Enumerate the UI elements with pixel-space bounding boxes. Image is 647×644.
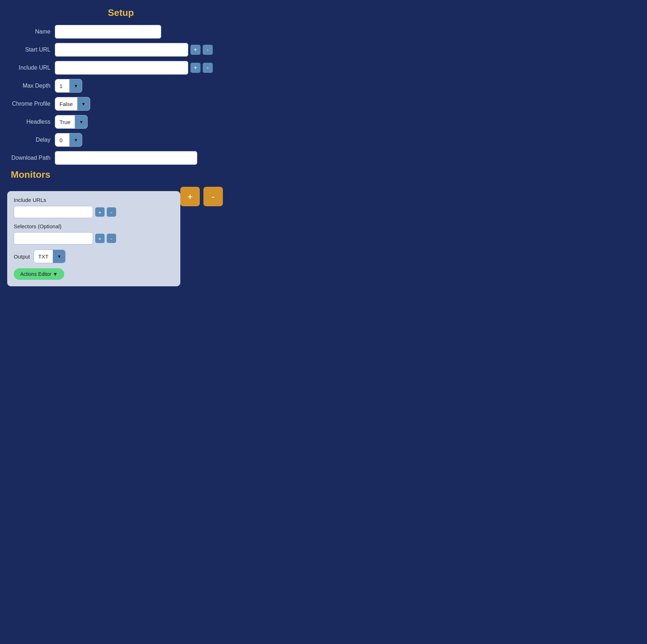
- delay-label: Delay: [7, 137, 50, 143]
- chrome-profile-label: Chrome Profile: [7, 101, 50, 107]
- max-depth-label: Max Depth: [7, 83, 50, 89]
- max-depth-select[interactable]: 1 ▾: [55, 79, 82, 93]
- setup-section: Setup Name Start URL + - Include URL: [7, 7, 234, 165]
- chevron-down-icon: ▾: [75, 83, 77, 89]
- start-url-input-group: + -: [55, 43, 213, 57]
- selectors-add-button[interactable]: +: [95, 234, 105, 243]
- max-depth-row: Max Depth 1 ▾: [7, 79, 234, 93]
- headless-select[interactable]: True ▾: [55, 115, 88, 129]
- output-dropdown-button[interactable]: ▾: [53, 250, 65, 263]
- delay-dropdown-button[interactable]: ▾: [70, 133, 82, 146]
- chevron-down-icon: ▾: [82, 101, 85, 107]
- chevron-down-icon: ▾: [80, 119, 83, 125]
- max-depth-dropdown-button[interactable]: ▾: [70, 79, 82, 92]
- max-depth-value: 1: [55, 79, 70, 92]
- monitors-section: Monitors Include URLs + - Selectors (Opt…: [7, 169, 234, 286]
- delay-row: Delay 0 ▾: [7, 133, 234, 147]
- chevron-down-icon: ▾: [58, 253, 61, 259]
- output-label: Output: [14, 253, 30, 260]
- download-path-row: Download Path: [7, 151, 234, 165]
- output-row: Output TXT ▾: [14, 250, 174, 263]
- headless-value: True: [55, 115, 75, 128]
- name-label: Name: [7, 28, 50, 35]
- start-url-remove-button[interactable]: -: [203, 45, 213, 55]
- main-panel: Setup Name Start URL + - Include URL: [0, 0, 242, 644]
- output-select[interactable]: TXT ▾: [34, 250, 66, 263]
- include-url-row: Include URL + -: [7, 61, 234, 75]
- monitor-add-button[interactable]: +: [180, 187, 200, 206]
- include-url-remove-button[interactable]: -: [203, 63, 213, 73]
- include-urls-input[interactable]: [14, 206, 93, 218]
- chrome-profile-select[interactable]: False ▾: [55, 97, 90, 111]
- include-urls-label: Include URLs: [14, 197, 174, 203]
- output-value: TXT: [34, 250, 53, 263]
- start-url-input[interactable]: [55, 43, 188, 57]
- monitor-card: Include URLs + - Selectors (Optional) + …: [7, 191, 180, 286]
- include-url-label: Include URL: [7, 65, 50, 71]
- include-url-add-button[interactable]: +: [190, 63, 201, 73]
- download-path-label: Download Path: [7, 155, 50, 161]
- selectors-label: Selectors (Optional): [14, 223, 174, 229]
- chrome-profile-value: False: [55, 97, 78, 110]
- chrome-profile-row: Chrome Profile False ▾: [7, 97, 234, 111]
- headless-dropdown-button[interactable]: ▾: [75, 115, 87, 128]
- setup-title: Setup: [7, 7, 234, 18]
- monitor-card-container: Include URLs + - Selectors (Optional) + …: [7, 187, 180, 286]
- include-urls-remove-button[interactable]: -: [107, 207, 116, 217]
- monitor-add-remove-group: + -: [180, 187, 223, 206]
- include-url-input-group: + -: [55, 61, 213, 75]
- headless-row: Headless True ▾: [7, 115, 234, 129]
- selectors-input[interactable]: [14, 232, 93, 244]
- include-urls-input-row: + -: [14, 206, 174, 218]
- chrome-profile-dropdown-button[interactable]: ▾: [78, 97, 90, 110]
- start-url-row: Start URL + -: [7, 43, 234, 57]
- chevron-down-icon: ▾: [75, 137, 77, 143]
- delay-value: 0: [55, 133, 70, 146]
- start-url-add-button[interactable]: +: [190, 45, 201, 55]
- monitor-remove-button[interactable]: -: [203, 187, 223, 206]
- name-input[interactable]: [55, 25, 161, 39]
- name-row: Name: [7, 25, 234, 39]
- selectors-remove-button[interactable]: -: [107, 234, 116, 243]
- headless-label: Headless: [7, 119, 50, 125]
- include-urls-add-button[interactable]: +: [95, 207, 105, 217]
- include-url-input[interactable]: [55, 61, 188, 75]
- selectors-input-row: + -: [14, 232, 174, 244]
- monitors-title: Monitors: [7, 169, 234, 180]
- actions-editor-button[interactable]: Actions Editor ▼: [14, 268, 64, 280]
- download-path-input[interactable]: [55, 151, 197, 165]
- start-url-label: Start URL: [7, 47, 50, 53]
- delay-select[interactable]: 0 ▾: [55, 133, 82, 147]
